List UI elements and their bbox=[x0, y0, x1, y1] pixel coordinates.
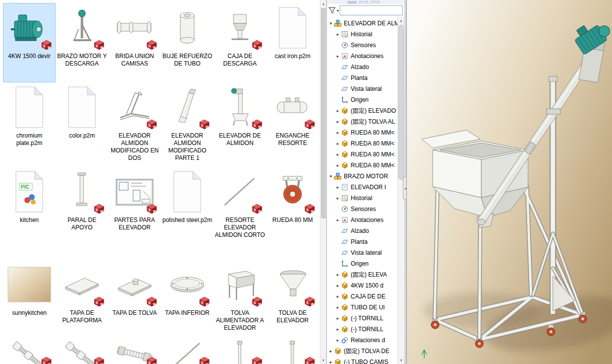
file-item[interactable]: S WTAPA DE TOLVA bbox=[108, 260, 161, 337]
tree-item[interactable]: Vista lateral bbox=[327, 247, 397, 258]
file-item[interactable]: S WBRIDA UNION CAMISAS bbox=[108, 3, 161, 82]
tree-scroll-down-arrow-icon[interactable]: ▼ bbox=[398, 357, 404, 364]
tree-item[interactable]: ▸ELEVADOR I bbox=[327, 182, 397, 193]
tree-item[interactable]: ▸Historial bbox=[327, 193, 397, 204]
collapse-arrow-icon[interactable]: ▾ bbox=[328, 21, 334, 26]
tree-item[interactable]: ▸AAnotaciones bbox=[327, 51, 397, 62]
expand-arrow-icon[interactable]: ▸ bbox=[335, 32, 341, 37]
expand-arrow-icon[interactable]: ▸ bbox=[335, 316, 341, 321]
tree-item[interactable]: Planta bbox=[327, 236, 397, 247]
tree-item[interactable]: Alzado bbox=[327, 62, 397, 73]
filter-dropdown-caret-icon[interactable]: ▾ bbox=[337, 8, 339, 13]
scrollbar-thumb[interactable] bbox=[321, 8, 326, 218]
frame-thumbnail: S W bbox=[111, 84, 158, 131]
filter-funnel-icon[interactable] bbox=[328, 7, 336, 14]
file-item[interactable]: S WELEVADOR DE ALMIDON bbox=[214, 82, 266, 167]
file-item[interactable]: S W bbox=[108, 337, 161, 364]
tree-filter-input[interactable] bbox=[340, 5, 403, 15]
tree-item[interactable]: ▸(-) TORNILL bbox=[327, 324, 397, 335]
file-item[interactable]: S W bbox=[161, 337, 214, 364]
tree-scrollbar-thumb[interactable] bbox=[398, 25, 404, 180]
tree-item[interactable]: ▸(-) TUBO CAMIS bbox=[327, 357, 397, 364]
expand-arrow-icon[interactable]: ▸ bbox=[335, 294, 341, 299]
file-item[interactable]: S WRESORTE ELEVADOR ALMIDON CORTO bbox=[214, 167, 266, 260]
tree-item[interactable]: ▸CAJA DE DE bbox=[327, 291, 397, 302]
expand-arrow-icon[interactable]: ▸ bbox=[335, 196, 341, 201]
solidworks-badge-icon: S W bbox=[199, 119, 210, 130]
expand-arrow-icon[interactable]: ▸ bbox=[328, 349, 334, 354]
expand-arrow-icon[interactable]: ▸ bbox=[328, 360, 334, 364]
file-item[interactable]: S WTAPA DE PLATAFORMA bbox=[56, 260, 108, 337]
tree-scroll-up-arrow-icon[interactable]: ▲ bbox=[398, 17, 404, 24]
file-item[interactable]: S WTOLVA DE ELEVADOR bbox=[266, 260, 319, 337]
tree-item[interactable]: ▸RUEDA 80 MM< bbox=[327, 160, 397, 171]
file-item[interactable]: S W bbox=[214, 337, 266, 364]
file-item[interactable]: BUJE REFUERZO DE TUBO bbox=[161, 3, 214, 82]
tree-item[interactable]: ▸(固定) TOLVA DE bbox=[327, 346, 397, 357]
file-item[interactable]: S WRUEDA 80 MM bbox=[266, 167, 319, 260]
file-item[interactable]: S W4KW 1500 devir bbox=[3, 3, 56, 82]
part-icon bbox=[341, 140, 349, 147]
expand-arrow-icon[interactable]: ▸ bbox=[335, 338, 341, 343]
file-item[interactable]: S WCAJA DE DESCARGA bbox=[214, 3, 266, 82]
file-item[interactable]: S WELEVADOR ALMIDON MODIFICADO PARTE 1 bbox=[161, 82, 214, 167]
expand-arrow-icon[interactable]: ▸ bbox=[335, 305, 341, 310]
3d-viewport[interactable] bbox=[406, 0, 612, 364]
file-item[interactable]: S W bbox=[266, 337, 319, 364]
tree-item[interactable]: ▸(固定) ELEVA bbox=[327, 269, 397, 280]
file-item[interactable]: S WTOLVA ALIMENTADOR A ELEVADOR bbox=[214, 260, 266, 337]
expand-arrow-icon[interactable]: ▸ bbox=[335, 283, 341, 288]
file-item[interactable]: S WBRAZO MOTOR Y DESCARGA bbox=[56, 3, 108, 82]
tree-item[interactable]: ▸4KW 1500 d bbox=[327, 280, 397, 291]
tree-item[interactable]: ▸Historial bbox=[327, 29, 397, 40]
tree-item[interactable]: ▸RUEDA 80 MM< bbox=[327, 149, 397, 160]
file-item[interactable]: S WTAPA INFERIOR bbox=[161, 260, 214, 337]
tree-item[interactable]: ▸Relaciones d bbox=[327, 335, 397, 346]
file-browser-scrollbar[interactable]: ▲ ▼ bbox=[320, 0, 326, 364]
tree-item[interactable]: ▸(-) TORNILL bbox=[327, 313, 397, 324]
file-item[interactable]: S WPARAL DE APOYO bbox=[56, 167, 108, 260]
solidworks-badge-icon: S W bbox=[146, 357, 157, 364]
tree-item[interactable]: Vista lateral bbox=[327, 83, 397, 94]
tree-item[interactable]: Planta bbox=[327, 73, 397, 83]
tree-item[interactable]: Alzado bbox=[327, 225, 397, 236]
caja-thumbnail: S W bbox=[217, 4, 263, 51]
file-item[interactable]: S W bbox=[56, 337, 108, 364]
expand-arrow-icon[interactable]: ▸ bbox=[335, 130, 341, 135]
tree-item[interactable]: ▾BRAZO MOTOR bbox=[327, 171, 397, 182]
expand-arrow-icon[interactable]: ▸ bbox=[335, 119, 341, 124]
tree-item[interactable]: ▾ELEVADOR DE ALMI bbox=[327, 18, 397, 29]
expand-arrow-icon[interactable]: ▸ bbox=[335, 152, 341, 157]
file-item[interactable]: color.p2m bbox=[56, 82, 108, 167]
file-item[interactable]: polished steel.p2m bbox=[161, 167, 214, 260]
file-item[interactable]: cast iron.p2m bbox=[266, 3, 319, 82]
scroll-up-arrow-icon[interactable]: ▲ bbox=[320, 0, 326, 7]
file-item[interactable]: sunnykitchen bbox=[3, 260, 56, 337]
tree-item[interactable]: Sensores bbox=[327, 40, 397, 51]
expand-arrow-icon[interactable]: ▸ bbox=[335, 141, 341, 146]
tree-item[interactable]: ▸AAnotaciones bbox=[327, 215, 397, 225]
tree-item[interactable]: ▸(固定) ELEVADO bbox=[327, 105, 397, 116]
file-item[interactable]: chromium plate.p2m bbox=[3, 82, 56, 167]
tree-item[interactable]: Origen bbox=[327, 258, 397, 269]
tree-item[interactable]: Sensores bbox=[327, 204, 397, 215]
collapse-arrow-icon[interactable]: ▾ bbox=[328, 174, 334, 179]
expand-arrow-icon[interactable]: ▸ bbox=[335, 327, 341, 332]
tree-item[interactable]: Origen bbox=[327, 94, 397, 105]
expand-arrow-icon[interactable]: ▸ bbox=[335, 108, 341, 113]
file-item[interactable]: S WELEVADOR ALMIDON MODIFICADO EN DOS bbox=[108, 82, 161, 167]
file-item[interactable]: PIC kitchen bbox=[3, 167, 56, 260]
tree-item[interactable]: ▸TUBO DE UI bbox=[327, 302, 397, 313]
file-item[interactable]: S W bbox=[3, 337, 56, 364]
expand-arrow-icon[interactable]: ▸ bbox=[335, 218, 341, 222]
file-item[interactable]: S WPARTES PARA ELEVADOR bbox=[108, 167, 161, 260]
scroll-down-arrow-icon[interactable]: ▼ bbox=[320, 357, 326, 364]
expand-arrow-icon[interactable]: ▸ bbox=[335, 54, 341, 59]
expand-arrow-icon[interactable]: ▸ bbox=[335, 185, 341, 190]
expand-arrow-icon[interactable]: ▸ bbox=[335, 163, 341, 168]
file-item[interactable]: S WENGANCHE RESORTE bbox=[266, 82, 319, 167]
tree-item[interactable]: ▸(固定) TOLVA AL bbox=[327, 116, 397, 127]
tree-item[interactable]: ▸RUEDA 80 MM< bbox=[327, 138, 397, 149]
expand-arrow-icon[interactable]: ▸ bbox=[335, 272, 341, 277]
tree-item[interactable]: ▸RUEDA 80 MM< bbox=[327, 127, 397, 138]
